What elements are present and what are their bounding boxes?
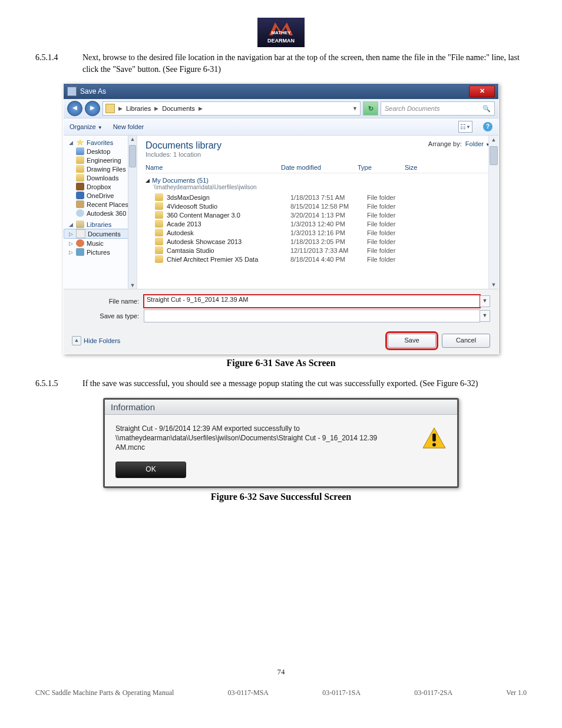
arrange-by[interactable]: Arrange by: Folder ▼	[428, 140, 490, 147]
column-size[interactable]: Size	[405, 164, 440, 171]
search-input[interactable]: Search Documents 🔍	[381, 101, 495, 116]
scroll-up-icon[interactable]: ▲	[491, 136, 497, 144]
file-type: File folder	[367, 238, 414, 245]
folder-icon	[76, 174, 84, 182]
scroll-up-icon[interactable]: ▲	[130, 136, 135, 143]
hide-folders-button[interactable]: ▲Hide Folders	[72, 336, 120, 345]
section-number: 6.5.1.4	[35, 52, 82, 75]
chevron-right-icon: ▶	[118, 106, 123, 111]
sidebar-item-documents[interactable]: ▷Documents	[64, 229, 137, 239]
cancel-button[interactable]: Cancel	[442, 334, 490, 348]
svg-point-6	[432, 443, 436, 447]
footer-code: 03-0117-1SA	[322, 689, 361, 697]
column-type[interactable]: Type	[358, 164, 405, 171]
file-type: File folder	[367, 203, 414, 210]
chevron-down-icon: ▼	[98, 125, 103, 130]
sidebar-item-engineering[interactable]: Engineering	[64, 156, 137, 164]
footer-code: 03-0117-MSA	[227, 689, 269, 697]
svg-text:MATHEY: MATHEY	[271, 30, 291, 35]
sidebar-item-autodesk-360[interactable]: Autodesk 360	[64, 209, 137, 218]
file-name: 3dsMaxDesign	[167, 194, 290, 201]
breadcrumb[interactable]: ▶ Libraries ▶ Documents ▶ ▼	[103, 101, 361, 116]
help-icon[interactable]: ?	[483, 122, 492, 131]
save-button[interactable]: Save	[388, 334, 436, 348]
file-type: File folder	[367, 220, 414, 228]
file-row[interactable]: Chief Architect Premier X5 Data8/18/2014…	[146, 255, 490, 263]
folder-icon	[155, 211, 163, 219]
file-row[interactable]: Autodesk Showcase 20131/18/2013 2:05 PMF…	[146, 237, 490, 246]
file-type: File folder	[367, 212, 414, 219]
dialog-titlebar: Save As ✕	[64, 84, 498, 99]
chevron-down-icon[interactable]: ▼	[352, 106, 358, 111]
file-row[interactable]: Autodesk1/3/2013 12:16 PMFile folder	[146, 228, 490, 237]
scroll-down-icon[interactable]: ▼	[130, 282, 135, 289]
filename-label: File name:	[72, 298, 144, 305]
sidebar-item-drawing-files[interactable]: Drawing Files	[64, 164, 137, 173]
info-dialog-title: Information	[105, 400, 457, 415]
file-type: File folder	[367, 229, 414, 236]
file-row[interactable]: Acade 20131/3/2013 12:40 PMFile folder	[146, 219, 490, 228]
chevron-up-icon: ▲	[72, 336, 81, 345]
file-row[interactable]: 4Videosoft Studio8/15/2014 12:58 PMFile …	[146, 202, 490, 210]
search-placeholder: Search Documents	[385, 105, 440, 112]
sidebar-item-music[interactable]: ▷Music	[64, 239, 137, 248]
breadcrumb-segment[interactable]: Libraries	[126, 105, 151, 112]
file-row[interactable]: 360 Content Manager 3.03/20/2014 1:13 PM…	[146, 210, 490, 219]
column-date[interactable]: Date modified	[281, 164, 358, 171]
saveastype-input[interactable]	[144, 309, 480, 322]
saveastype-dropdown[interactable]: ▼	[480, 310, 490, 322]
file-type: File folder	[367, 247, 414, 254]
organize-menu[interactable]: Organize ▼	[70, 123, 103, 130]
file-name: Acade 2013	[167, 220, 290, 228]
sidebar-item-dropbox[interactable]: Dropbox	[64, 182, 137, 191]
sidebar-item-onedrive[interactable]: OneDrive	[64, 191, 137, 200]
group-header[interactable]: ◢ My Documents (51)	[146, 177, 490, 184]
column-headers[interactable]: Name Date modified Type Size	[146, 164, 490, 173]
svg-text:DEARMAN: DEARMAN	[267, 38, 295, 44]
section-number: 6.5.1.5	[35, 378, 82, 390]
scroll-thumb[interactable]	[490, 146, 498, 165]
svg-rect-5	[432, 433, 436, 441]
nav-back-button[interactable]: ◄	[67, 101, 82, 116]
ok-button[interactable]: OK	[115, 462, 186, 478]
refresh-button[interactable]: ↻	[363, 101, 378, 116]
filename-dropdown[interactable]: ▼	[480, 295, 490, 307]
filename-input[interactable]: Straight Cut - 9_16_2014 12.39 AM	[144, 295, 480, 308]
search-icon: 🔍	[482, 105, 491, 113]
content-scrollbar[interactable]: ▲ ▼	[488, 136, 498, 289]
file-row[interactable]: 3dsMaxDesign1/18/2013 7:51 AMFile folder	[146, 193, 490, 202]
file-type: File folder	[367, 256, 414, 263]
paragraph-6-5-1-5: 6.5.1.5 If the save was successful, you …	[35, 378, 527, 390]
folder-icon	[155, 193, 163, 201]
footer-code: 03-0117-2SA	[414, 689, 452, 697]
cloud-icon	[76, 192, 84, 199]
nav-group-favorites[interactable]: ◢Favorites	[64, 138, 137, 147]
sidebar-item-desktop[interactable]: Desktop	[64, 147, 137, 156]
collapse-icon: ▷	[68, 231, 74, 237]
figure-caption-6-31: Figure 6-31 Save As Screen	[35, 358, 527, 368]
nav-forward-button[interactable]: ►	[85, 101, 100, 116]
column-name[interactable]: Name	[146, 164, 281, 171]
file-row[interactable]: Camtasia Studio12/11/2013 7:33 AMFile fo…	[146, 246, 490, 255]
dialog-title: Save As	[80, 87, 106, 95]
scroll-down-icon[interactable]: ▼	[491, 281, 497, 289]
library-icon	[76, 220, 84, 228]
expand-icon: ◢	[68, 222, 74, 228]
file-name: Autodesk	[167, 229, 290, 236]
a360-icon	[76, 209, 84, 217]
view-options-button[interactable]: ☷ ▼	[458, 121, 472, 133]
new-folder-button[interactable]: New folder	[113, 123, 144, 130]
footer-title: CNC Saddle Machine Parts & Operating Man…	[35, 689, 174, 697]
collapse-icon: ▷	[68, 241, 74, 246]
sidebar-item-recent-places[interactable]: Recent Places	[64, 200, 137, 209]
breadcrumb-segment[interactable]: Documents	[162, 105, 195, 112]
folder-icon	[155, 255, 163, 263]
sidebar-item-pictures[interactable]: ▷Pictures	[64, 248, 137, 256]
library-title: Documents library	[146, 140, 222, 151]
nav-group-libraries[interactable]: ◢Libraries	[64, 220, 137, 229]
close-icon[interactable]: ✕	[469, 85, 495, 97]
scroll-thumb[interactable]	[129, 145, 136, 167]
section-text: Next, browse to the desired file locatio…	[82, 52, 527, 75]
nav-scrollbar[interactable]: ▲ ▼	[128, 136, 137, 289]
sidebar-item-downloads[interactable]: Downloads	[64, 173, 137, 182]
